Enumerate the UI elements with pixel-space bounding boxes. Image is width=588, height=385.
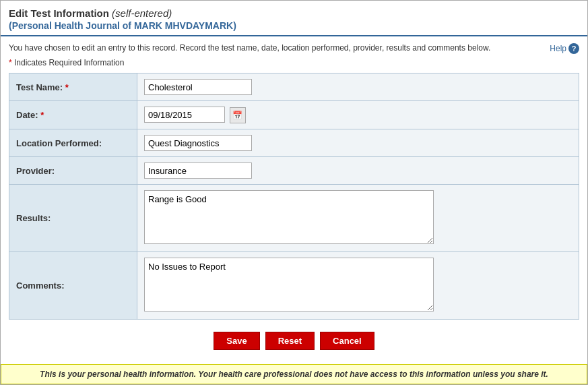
calendar-button[interactable]: 📅 <box>230 107 246 123</box>
help-icon: ? <box>568 43 579 54</box>
results-value-cell: Range is Good <box>137 185 579 252</box>
cancel-button[interactable]: Cancel <box>320 332 374 350</box>
location-value-cell <box>137 129 579 157</box>
instruction-text: You have chosen to edit an entry to this… <box>9 43 550 53</box>
comments-label: Comments: <box>16 280 65 291</box>
provider-value-cell <box>137 157 579 185</box>
date-value-cell: 📅 <box>137 101 579 129</box>
footer-banner: This is your personal health information… <box>1 364 587 384</box>
location-input[interactable] <box>144 135 252 151</box>
results-label: Results: <box>16 213 51 223</box>
page-title-italic: (self-entered) <box>112 7 172 19</box>
results-label-cell: Results: <box>9 185 137 252</box>
test-name-label-cell: Test Name: * <box>9 73 137 101</box>
help-label: Help <box>550 44 566 53</box>
required-note: * Indicates Required Information <box>9 58 579 67</box>
date-label: Date: <box>16 110 38 120</box>
location-label: Location Performed: <box>16 138 102 148</box>
provider-label-cell: Provider: <box>9 157 137 185</box>
page-title: Edit Test Information (self-entered) <box>9 7 579 19</box>
test-name-input[interactable] <box>144 79 252 95</box>
date-label-cell: Date: * <box>9 101 137 129</box>
comments-row: Comments: No Issues to Report <box>9 252 579 320</box>
required-note-text: Indicates Required Information <box>14 58 124 67</box>
required-asterisk: * <box>9 58 12 67</box>
reset-button[interactable]: Reset <box>265 332 315 350</box>
results-textarea[interactable]: Range is Good <box>144 190 434 244</box>
test-name-required: * <box>65 82 69 92</box>
comments-value-cell: No Issues to Report <box>137 252 579 320</box>
date-input[interactable] <box>144 107 225 123</box>
page-subtitle: (Personal Health Journal of MARK MHVDAYM… <box>9 20 579 31</box>
footer-text: This is your personal health information… <box>40 369 548 379</box>
location-row: Location Performed: <box>9 129 579 157</box>
test-name-row: Test Name: * <box>9 73 579 101</box>
button-row: Save Reset Cancel <box>9 326 579 355</box>
save-button[interactable]: Save <box>214 332 259 350</box>
provider-row: Provider: <box>9 157 579 185</box>
page-wrapper: Edit Test Information (self-entered) (Pe… <box>0 0 588 385</box>
comments-label-cell: Comments: <box>9 252 137 320</box>
location-label-cell: Location Performed: <box>9 129 137 157</box>
main-content: You have chosen to edit an entry to this… <box>1 36 587 364</box>
calendar-icon: 📅 <box>232 111 242 120</box>
results-row: Results: Range is Good <box>9 185 579 252</box>
date-required: * <box>40 110 44 120</box>
provider-label: Provider: <box>16 166 55 176</box>
help-link[interactable]: Help ? <box>550 43 579 54</box>
instruction-row: You have chosen to edit an entry to this… <box>9 43 579 54</box>
form-table: Test Name: * Date: * <box>9 73 579 320</box>
provider-input[interactable] <box>144 162 252 179</box>
comments-textarea[interactable]: No Issues to Report <box>144 258 434 312</box>
test-name-label: Test Name: <box>16 82 63 92</box>
date-row: Date: * 📅 <box>9 101 579 129</box>
page-header: Edit Test Information (self-entered) (Pe… <box>1 1 587 36</box>
test-name-value-cell <box>137 73 579 101</box>
